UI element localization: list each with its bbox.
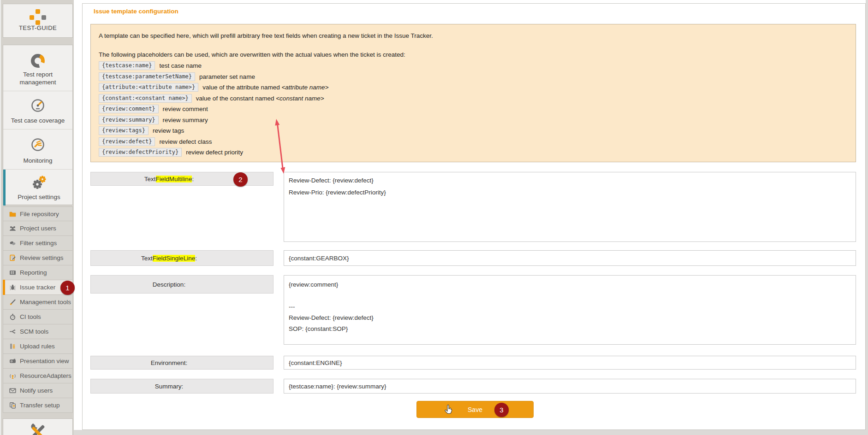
sidebar-item-label: Notify users: [20, 387, 53, 394]
envelope-icon: [9, 387, 16, 394]
sidebar-item-label: File repository: [20, 211, 59, 218]
annotation-badge-1: 1: [60, 281, 75, 295]
sidebar-item-label: CI tools: [20, 313, 41, 320]
save-button[interactable]: Save: [416, 401, 534, 418]
placeholder-desc-italic: <attribute name>: [281, 84, 328, 91]
sidebar-item-label: Filter settings: [20, 240, 57, 247]
users-icon: [9, 225, 16, 232]
textfieldmultiline-textarea[interactable]: Review-Defect: {review:defect} Review-Pr…: [284, 172, 856, 242]
sidebar-item-admin-tools[interactable]: [3, 418, 73, 435]
annotation-badge-3: 3: [494, 403, 509, 417]
sidebar-item-ci-tools[interactable]: CI tools: [3, 310, 73, 324]
placeholder-code: {attribute:<attribute name>}: [99, 83, 198, 92]
donut-chart-icon: [30, 53, 46, 69]
placeholder-desc: review comment: [163, 106, 208, 112]
stopwatch-icon: [9, 313, 16, 320]
placeholder-desc: review defect class: [159, 138, 212, 145]
placeholder-code: {testcase:name}: [99, 61, 155, 70]
placeholder-code: {testcase:parameterSetName}: [99, 72, 195, 81]
sidebar-item-label: Management tools: [20, 299, 71, 306]
sidebar-item-project-users[interactable]: Project users: [3, 221, 73, 236]
label-highlight: FieldSingleLine: [153, 255, 195, 262]
placeholder-desc: review defect priority: [186, 149, 243, 156]
textfieldsingleline-input[interactable]: [284, 250, 856, 266]
app-window: TEST-GUIDE Test report management Test c…: [0, 0, 868, 435]
sidebar-item-file-repository[interactable]: File repository: [3, 206, 73, 221]
placeholder-row: {attribute:<attribute name>} value of th…: [99, 83, 848, 91]
placeholder-desc: review tags: [153, 127, 184, 134]
sidebar-item-test-report-management[interactable]: Test report management: [3, 45, 72, 91]
upload-icon: [9, 343, 16, 350]
sidebar-item-label: SCM tools: [20, 328, 48, 335]
sidebar-item-label: Monitoring: [3, 157, 72, 165]
placeholder-desc: value of the constant named: [196, 95, 274, 102]
sidebar-item-test-case-coverage[interactable]: Test case coverage: [3, 91, 72, 129]
placeholder-code: {review:comment}: [99, 105, 159, 113]
branch-icon: [9, 328, 16, 335]
bug-icon: [9, 284, 16, 291]
placeholder-row: {review:summary} review summary: [99, 116, 848, 124]
environment-input[interactable]: [284, 356, 856, 370]
page-bottom-strip: [74, 430, 868, 435]
sidebar-item-label: ResourceAdapters: [20, 372, 71, 379]
sidebar-item-resource-adapters[interactable]: ResourceAdapters: [3, 369, 73, 383]
sidebar-item-notify-users[interactable]: Notify users: [3, 383, 73, 398]
review-clipboard-icon: [9, 254, 16, 261]
sidebar-sub-nav: File repository Project users Filter set…: [3, 206, 73, 413]
placeholder-row: {constant:<constant name>} value of the …: [99, 94, 848, 102]
test-guide-logo-icon: [27, 9, 48, 25]
notice-placeholders-heading: The following placeholders can be used, …: [99, 51, 848, 58]
page-title: Issue template configuration: [94, 8, 178, 15]
transfer-icon: [9, 402, 16, 409]
logo-label: TEST-GUIDE: [3, 24, 72, 31]
sidebar-item-label: Upload rules: [20, 343, 55, 350]
monitoring-hand-icon: [30, 137, 46, 153]
field-label-description: Description:: [90, 275, 273, 294]
sidebar-item-transfer-setup[interactable]: Transfer setup: [3, 398, 73, 413]
placeholder-code: {review:defect}: [99, 137, 155, 146]
label-highlight: FieldMultiline: [156, 176, 192, 182]
placeholder-row: {testcase:name} test case name: [99, 62, 848, 70]
placeholder-desc: test case name: [159, 62, 202, 69]
folder-icon: [9, 211, 16, 218]
placeholder-desc-italic: <constant name>: [276, 95, 324, 102]
presentation-icon: [9, 358, 16, 364]
placeholder-desc: parameter set name: [199, 73, 255, 80]
placeholder-code: {constant:<constant name>}: [99, 94, 192, 103]
sidebar-item-label: Test case coverage: [3, 117, 72, 124]
placeholder-code: {review:tags}: [99, 126, 149, 135]
antenna-icon: [9, 372, 16, 379]
sidebar-item-monitoring[interactable]: Monitoring: [3, 129, 72, 170]
gears-icon: [30, 175, 48, 191]
placeholder-row: {testcase:parameterSetName} parameter se…: [99, 73, 848, 81]
placeholder-desc: value of the attribute named: [202, 84, 279, 91]
field-label-textfieldsingleline: TextFieldSingleLine:: [90, 250, 273, 266]
filter-icon: [9, 240, 16, 247]
pen-icon: [9, 299, 16, 306]
placeholder-desc: review summary: [163, 117, 208, 123]
sidebar-item-upload-rules[interactable]: Upload rules: [3, 339, 73, 354]
placeholder-code: {review:summary}: [99, 116, 159, 124]
sidebar-item-filter-settings[interactable]: Filter settings: [3, 236, 73, 251]
sidebar-item-label: Project users: [20, 225, 56, 232]
template-help-notice: A template can be specified here, which …: [90, 24, 856, 162]
annotation-badge-2: 2: [233, 172, 248, 187]
sidebar-logo[interactable]: TEST-GUIDE: [3, 4, 73, 38]
reporting-icon: [9, 269, 16, 276]
field-label-summary: Summary:: [90, 379, 273, 394]
crossed-tools-icon: [27, 421, 48, 435]
sidebar-item-scm-tools[interactable]: SCM tools: [3, 324, 73, 339]
gauge-icon: [30, 98, 46, 113]
placeholder-row: {review:comment} review comment: [99, 105, 848, 113]
summary-input[interactable]: [284, 379, 856, 394]
sidebar-item-label: Transfer setup: [20, 402, 60, 409]
sidebar-item-reporting[interactable]: Reporting: [3, 265, 73, 280]
sidebar-main-nav: Test report management Test case coverag…: [3, 45, 73, 205]
sidebar-item-review-settings[interactable]: Review settings: [3, 251, 73, 265]
sidebar-item-management-tools[interactable]: Management tools: [3, 295, 73, 310]
description-textarea[interactable]: {review:comment} --- Review-Defect: {rev…: [284, 275, 856, 345]
sidebar-item-label: Review settings: [20, 254, 64, 261]
sidebar-item-presentation-view[interactable]: Presentation view: [3, 354, 73, 369]
sidebar-item-project-settings[interactable]: Project settings: [3, 170, 72, 206]
placeholder-code: {review:defectPriority}: [99, 148, 182, 157]
